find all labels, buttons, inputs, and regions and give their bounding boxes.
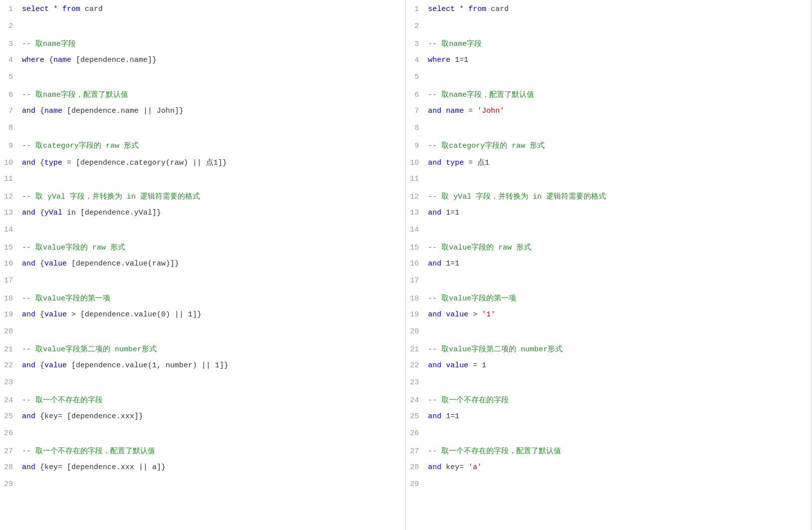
line-number: 6: [406, 91, 426, 99]
line-number: 22: [406, 361, 426, 370]
code-line: 3-- 取name字段: [0, 38, 406, 55]
line-content: -- 取value字段的第一项: [20, 293, 406, 303]
line-content: where {name [dependence.name]}: [20, 56, 406, 64]
token-string: 'John': [477, 107, 504, 115]
line-number: 20: [0, 327, 20, 336]
line-content: and key= 'a': [426, 463, 812, 472]
code-line: 20: [406, 326, 812, 343]
line-content: select * from card: [426, 5, 812, 13]
token-comment: -- 取name字段，配置了默认值: [22, 91, 128, 99]
line-number: 26: [0, 429, 20, 438]
line-content: and {yVal in [dependence.yVal]}: [20, 209, 406, 217]
code-line: 20: [0, 326, 406, 343]
line-content: -- 取value字段的 raw 形式: [426, 243, 812, 252]
code-line: 5: [0, 72, 406, 89]
token-normal: *: [49, 5, 62, 13]
token-kw-blue: name: [53, 56, 71, 64]
line-number: 15: [0, 244, 20, 252]
token-kw-and: and: [428, 463, 441, 472]
line-content: and 1=1: [426, 209, 812, 217]
code-line: 28and key= 'a': [406, 462, 812, 479]
token-kw-blue: value: [44, 361, 67, 370]
code-line: 21-- 取value字段第二项的 number形式: [406, 343, 812, 360]
line-number: 25: [0, 412, 20, 421]
token-normal: [dependence.name]}: [71, 56, 157, 64]
line-content: and {value [dependence.value(raw)]}: [20, 260, 406, 268]
code-line: 28and {key= [dependence.xxx || a]}: [0, 462, 406, 479]
line-number: 24: [0, 396, 20, 405]
line-number: 13: [406, 209, 426, 217]
token-comment: -- 取value字段的第一项: [22, 294, 110, 303]
token-normal: {: [35, 310, 44, 319]
line-content: and value = 1: [426, 361, 812, 370]
line-number: 12: [406, 193, 426, 201]
token-kw-blue: value: [446, 310, 468, 319]
line-content: -- 取一个不存在的字段: [20, 395, 406, 405]
code-line: 2: [406, 21, 812, 38]
code-line: 10and type = 点1: [406, 157, 812, 174]
line-number: 2: [406, 22, 426, 30]
code-line: 13and 1=1: [406, 208, 812, 225]
token-comment: -- 取 yVal 字段，并转换为 in 逻辑符需要的格式: [22, 193, 200, 201]
code-line: 25and 1=1: [406, 411, 812, 428]
token-normal: 1=1: [441, 209, 459, 217]
token-comment: -- 取name字段: [22, 40, 76, 48]
code-line: 2: [0, 21, 406, 38]
code-line: 16and {value [dependence.value(raw)]}: [0, 259, 406, 275]
token-kw-blue: value: [44, 260, 67, 268]
line-number: 19: [0, 310, 20, 319]
line-content: and 1=1: [426, 412, 812, 421]
line-content: -- 取name字段，配置了默认值: [426, 90, 812, 99]
token-normal: =: [464, 107, 477, 115]
token-kw-and: and: [22, 361, 35, 370]
token-comment: -- 取一个不存在的字段，配置了默认值: [22, 447, 155, 456]
token-kw-blue: where: [428, 56, 450, 64]
line-number: 11: [0, 175, 20, 183]
token-string: '1': [482, 310, 495, 319]
line-content: and {type = [dependence.category(raw) ||…: [20, 158, 406, 167]
line-number: 19: [406, 310, 426, 319]
code-line: 24-- 取一个不存在的字段: [0, 394, 406, 411]
token-comment: -- 取category字段的 raw 形式: [22, 142, 139, 150]
code-line: 26: [406, 428, 812, 445]
line-number: 1: [0, 5, 20, 13]
token-kw-blue: select: [22, 5, 49, 13]
line-number: 16: [406, 260, 426, 268]
line-number: 4: [406, 56, 426, 64]
line-number: 17: [0, 276, 20, 285]
code-line: 5: [406, 72, 812, 89]
code-line: 8: [406, 123, 812, 140]
line-number: 3: [0, 40, 20, 48]
token-normal: 1=1: [450, 56, 468, 64]
token-kw-blue: value: [44, 310, 67, 319]
line-content: and {key= [dependence.xxx || a]}: [20, 463, 406, 472]
line-number: 10: [0, 159, 20, 167]
line-content: and {key= [dependence.xxx]}: [20, 412, 406, 421]
token-normal: > [dependence.value(0) || 1]}: [67, 310, 202, 319]
line-number: 17: [406, 276, 426, 285]
code-line: 24-- 取一个不存在的字段: [406, 394, 812, 411]
token-kw-blue: type: [44, 159, 62, 167]
line-number: 14: [0, 226, 20, 234]
token-kw-and: and: [428, 260, 441, 268]
token-normal: 1=1: [441, 260, 459, 268]
code-line: 1select * from card: [0, 4, 406, 21]
code-line: 27-- 取一个不存在的字段，配置了默认值: [406, 445, 812, 462]
code-line: 18-- 取value字段的第一项: [406, 292, 812, 309]
line-number: 21: [0, 345, 20, 354]
line-content: select * from card: [20, 5, 406, 13]
code-line: 11: [406, 174, 812, 191]
line-content: -- 取category字段的 raw 形式: [20, 141, 406, 150]
code-line: 4where 1=1: [406, 55, 812, 72]
line-content: and {value > [dependence.value(0) || 1]}: [20, 310, 406, 319]
code-line: 6-- 取name字段，配置了默认值: [406, 89, 812, 106]
token-normal: {: [35, 209, 44, 217]
line-content: -- 取value字段第二项的 number形式: [20, 344, 406, 354]
line-number: 23: [406, 378, 426, 387]
line-number: 27: [406, 447, 426, 456]
code-line: 4where {name [dependence.name]}: [0, 55, 406, 72]
line-number: 11: [406, 175, 426, 183]
line-number: 23: [0, 378, 20, 387]
line-number: 15: [406, 244, 426, 252]
code-line: 25and {key= [dependence.xxx]}: [0, 411, 406, 428]
